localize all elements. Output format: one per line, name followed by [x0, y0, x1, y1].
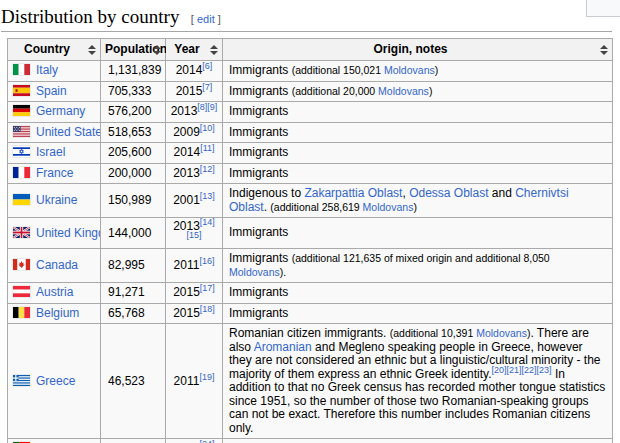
country-link[interactable]: France: [36, 166, 73, 180]
population-cell: 39,312: [101, 439, 166, 443]
column-header-population[interactable]: Population: [101, 39, 166, 61]
page-title: Distribution by country: [1, 6, 179, 27]
wiki-link[interactable]: Moldovans: [378, 85, 429, 97]
origin-small-text: Moldovans: [229, 266, 280, 278]
origin-text: Romanian citizen immigrants.: [229, 326, 390, 340]
reference-link[interactable]: [16]: [199, 256, 214, 266]
year-cell: 2014[6]: [166, 61, 223, 82]
column-header-year[interactable]: Year: [166, 39, 223, 61]
reference-link[interactable]: [11]: [200, 143, 214, 153]
country-link[interactable]: Greece: [36, 374, 75, 388]
reference-link[interactable]: [19]: [199, 372, 214, 382]
country-link[interactable]: United States: [36, 125, 101, 139]
column-header-label: Origin, notes: [373, 42, 447, 56]
population-cell: 144,000: [101, 218, 166, 249]
reference-superscript: [20][21][22][23]: [492, 365, 552, 375]
year-cell: 2011[19]: [166, 324, 223, 439]
origin-text: Immigrants: [229, 285, 288, 299]
reference-link[interactable]: [20][21][22][23]: [492, 365, 552, 375]
country-cell: Austria: [8, 283, 101, 304]
country-link[interactable]: Israel: [36, 145, 65, 159]
reference-link[interactable]: [8][9]: [197, 102, 217, 112]
country-link[interactable]: Spain: [36, 84, 67, 98]
table-row: Austria91,2712015[17]Immigrants: [8, 283, 613, 304]
origin-cell: Romanian citizen immigrants. (additional…: [223, 324, 613, 439]
origin-cell: Immigrants (additional 121,635 of mixed …: [223, 249, 613, 283]
flag-austria-icon: [13, 286, 30, 297]
country-link[interactable]: Canada: [36, 258, 78, 272]
country-link[interactable]: United Kingdom: [36, 226, 101, 240]
country-link[interactable]: Austria: [36, 285, 73, 299]
country-cell: Belgium: [8, 303, 101, 324]
reference-superscript: [18]: [200, 304, 215, 314]
reference-link[interactable]: [14][15]: [186, 217, 214, 240]
origin-text: Immigrants: [229, 104, 288, 118]
population-cell: 150,989: [101, 184, 166, 218]
sort-icon[interactable]: [209, 44, 218, 56]
wiki-link[interactable]: Aromanian: [254, 340, 312, 354]
year-cell: 2009[10]: [166, 122, 223, 143]
reference-link[interactable]: [17]: [200, 283, 215, 293]
reference-superscript: [10]: [200, 123, 215, 133]
origin-cell: Immigrants: [223, 122, 613, 143]
wiki-link[interactable]: Moldovans: [363, 201, 414, 213]
year-cell: 2015[7]: [166, 81, 223, 102]
origin-text: Immigrants: [229, 306, 288, 320]
flag-spain-icon: [13, 85, 30, 96]
reference-link[interactable]: [7]: [202, 82, 212, 92]
year-cell: 2015[18]: [166, 303, 223, 324]
origin-small-text: (additional 121,635 of mixed origin and …: [292, 252, 550, 264]
origin-small-text: (additional 20,000: [292, 85, 378, 97]
reference-link[interactable]: [6]: [202, 61, 212, 71]
origin-small-text: Moldovans: [384, 64, 435, 76]
population-cell: 65,768: [101, 303, 166, 324]
table-row: United Kingdom144,0002013[14][15]Immigra…: [8, 218, 613, 249]
country-cell: Italy: [8, 61, 101, 82]
population-cell: 91,271: [101, 283, 166, 304]
sort-icon[interactable]: [87, 44, 96, 56]
country-cell: Canada: [8, 249, 101, 283]
wiki-link[interactable]: Zakarpattia Oblast: [304, 186, 402, 200]
country-cell: Greece: [8, 324, 101, 439]
country-cell: France: [8, 163, 101, 184]
origin-cell: Immigrants (additional 20,000 Moldovans): [223, 81, 613, 102]
reference-link[interactable]: [18]: [200, 304, 215, 314]
country-link[interactable]: Germany: [36, 104, 85, 118]
origin-text: Immigrants: [229, 84, 292, 98]
population-cell: 705,333: [101, 81, 166, 102]
country-cell: Ukraine: [8, 184, 101, 218]
wiki-link[interactable]: Odessa Oblast: [409, 186, 488, 200]
country-link[interactable]: Ukraine: [36, 193, 77, 207]
edit-link[interactable]: edit: [197, 13, 215, 25]
wiki-link[interactable]: Moldovans: [229, 266, 280, 278]
reference-superscript: [13]: [200, 191, 215, 201]
country-cell: United States: [8, 122, 101, 143]
column-header-country[interactable]: Country: [8, 39, 101, 61]
reference-link[interactable]: [24]: [199, 439, 214, 443]
year-cell: 2013[12]: [166, 163, 223, 184]
origin-small-text: ).: [280, 266, 286, 278]
flag-united-states-icon: [13, 126, 30, 137]
origin-small-text: (additional 258,619: [270, 201, 362, 213]
distribution-table: CountryPopulationYearOrigin, notes Italy…: [7, 38, 613, 443]
population-cell: 518,653: [101, 122, 166, 143]
table-header-row: CountryPopulationYearOrigin, notes: [8, 39, 613, 61]
reference-superscript: [7]: [202, 82, 212, 92]
sort-icon[interactable]: [152, 44, 161, 56]
table-row: Italy1,131,8392014[6]Immigrants (additio…: [8, 61, 613, 82]
reference-link[interactable]: [13]: [200, 191, 215, 201]
sort-icon[interactable]: [599, 44, 608, 56]
wiki-link[interactable]: Moldovans: [476, 327, 527, 339]
origin-cell: Immigrants (additional 13,586 Moldovans): [223, 439, 613, 443]
column-header-origin-notes[interactable]: Origin, notes: [223, 39, 613, 61]
reference-link[interactable]: [10]: [200, 123, 215, 133]
country-link[interactable]: Italy: [36, 63, 58, 77]
truncated-infobox-edge: [586, 0, 620, 17]
origin-text: and: [489, 186, 516, 200]
country-link[interactable]: Belgium: [36, 306, 79, 320]
country-cell: United Kingdom: [8, 218, 101, 249]
wiki-link[interactable]: Moldovans: [384, 64, 435, 76]
origin-text: Immigrants: [229, 63, 292, 77]
origin-text: Immigrants: [229, 125, 288, 139]
reference-link[interactable]: [12]: [200, 164, 215, 174]
